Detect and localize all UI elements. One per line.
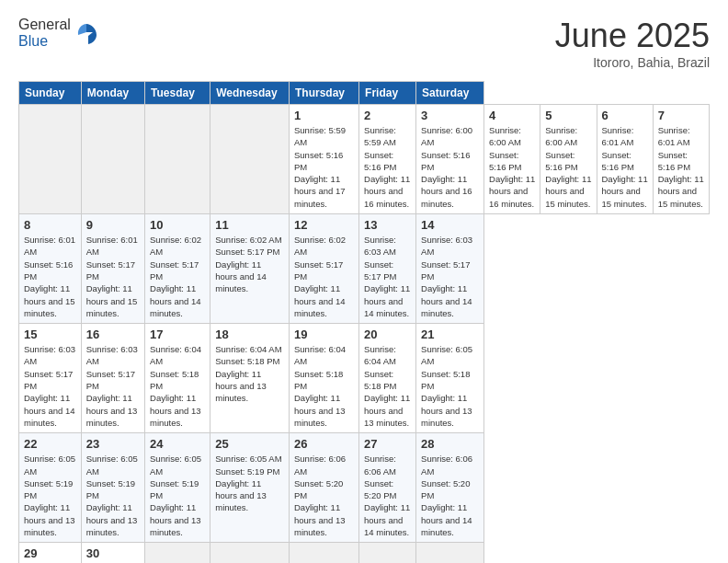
day-number: 20 <box>364 327 411 341</box>
day-number: 21 <box>421 327 479 341</box>
calendar-cell: 26 Sunrise: 6:06 AMSunset: 5:20 PMDaylig… <box>290 433 359 543</box>
calendar-cell <box>81 105 144 214</box>
day-info: Sunrise: 6:01 AMSunset: 5:16 PMDaylight:… <box>602 124 648 210</box>
calendar-cell: 15 Sunrise: 6:03 AMSunset: 5:17 PMDaylig… <box>19 324 82 433</box>
day-number: 11 <box>215 218 284 232</box>
day-number: 7 <box>658 109 704 122</box>
day-number: 8 <box>24 218 76 232</box>
calendar-table: SundayMondayTuesdayWednesdayThursdayFrid… <box>18 81 710 563</box>
day-info: Sunrise: 6:04 AMSunset: 5:18 PMDaylight:… <box>294 343 354 429</box>
day-info: Sunrise: 6:04 AMSunset: 5:18 PMDaylight:… <box>215 343 284 404</box>
calendar-cell: 23 Sunrise: 6:05 AMSunset: 5:19 PMDaylig… <box>81 433 144 543</box>
day-info: Sunrise: 6:05 AMSunset: 5:18 PMDaylight:… <box>421 343 479 429</box>
day-number: 25 <box>215 437 284 451</box>
title-block: June 2025 Itororo, Bahia, Brazil <box>555 17 710 70</box>
calendar-cell: 12 Sunrise: 6:02 AMSunset: 5:17 PMDaylig… <box>290 214 359 324</box>
day-number: 3 <box>421 109 479 122</box>
day-info: Sunrise: 6:00 AMSunset: 5:16 PMDaylight:… <box>421 124 479 210</box>
day-info: Sunrise: 6:01 AMSunset: 5:16 PMDaylight:… <box>24 234 76 319</box>
calendar-cell: 27 Sunrise: 6:06 AMSunset: 5:20 PMDaylig… <box>359 433 416 543</box>
calendar-cell: 18 Sunrise: 6:04 AMSunset: 5:18 PMDaylig… <box>210 324 290 433</box>
month-title: June 2025 <box>555 17 710 55</box>
col-header-wednesday: Wednesday <box>210 82 290 105</box>
calendar-cell: 11 Sunrise: 6:02 AMSunset: 5:17 PMDaylig… <box>210 214 290 324</box>
calendar-cell: 6 Sunrise: 6:01 AMSunset: 5:16 PMDayligh… <box>597 105 653 214</box>
day-number: 19 <box>294 327 354 341</box>
day-info: Sunrise: 6:01 AMSunset: 5:16 PMDaylight:… <box>658 124 704 210</box>
day-number: 22 <box>24 437 76 451</box>
day-number: 27 <box>364 437 411 451</box>
day-info: Sunrise: 6:02 AMSunset: 5:17 PMDaylight:… <box>294 234 354 319</box>
day-info: Sunrise: 6:00 AMSunset: 5:16 PMDaylight:… <box>489 124 535 210</box>
col-header-saturday: Saturday <box>416 82 484 105</box>
calendar-week-2: 15 Sunrise: 6:03 AMSunset: 5:17 PMDaylig… <box>19 324 710 433</box>
day-number: 5 <box>545 109 591 122</box>
day-info: Sunrise: 6:06 AMSunset: 5:20 PMDaylight:… <box>364 453 411 538</box>
day-number: 1 <box>294 109 354 122</box>
calendar-cell: 8 Sunrise: 6:01 AMSunset: 5:16 PMDayligh… <box>19 214 82 324</box>
day-info: Sunrise: 6:03 AMSunset: 5:17 PMDaylight:… <box>86 343 140 429</box>
calendar-cell: 14 Sunrise: 6:03 AMSunset: 5:17 PMDaylig… <box>416 214 484 324</box>
day-number: 4 <box>489 109 535 122</box>
day-number: 12 <box>294 218 354 232</box>
day-info: Sunrise: 6:02 AMSunset: 5:17 PMDaylight:… <box>215 234 284 294</box>
calendar-cell: 16 Sunrise: 6:03 AMSunset: 5:17 PMDaylig… <box>81 324 144 433</box>
day-info: Sunrise: 6:02 AMSunset: 5:17 PMDaylight:… <box>150 234 205 319</box>
day-info: Sunrise: 6:04 AMSunset: 5:18 PMDaylight:… <box>150 343 205 429</box>
calendar-cell: 10 Sunrise: 6:02 AMSunset: 5:17 PMDaylig… <box>145 214 210 324</box>
location: Itororo, Bahia, Brazil <box>555 55 710 70</box>
calendar-cell <box>210 105 290 214</box>
day-number: 18 <box>215 327 284 341</box>
day-number: 10 <box>150 218 205 232</box>
day-number: 6 <box>602 109 648 122</box>
calendar-cell: 5 Sunrise: 6:00 AMSunset: 5:16 PMDayligh… <box>540 105 597 214</box>
col-header-tuesday: Tuesday <box>145 82 210 105</box>
day-info: Sunrise: 6:01 AMSunset: 5:17 PMDaylight:… <box>86 234 140 319</box>
calendar-cell: 29 Sunrise: 6:06 AMSunset: 5:20 PMDaylig… <box>19 543 82 563</box>
day-number: 28 <box>421 437 479 451</box>
day-number: 14 <box>421 218 479 232</box>
calendar-cell: 1 Sunrise: 5:59 AMSunset: 5:16 PMDayligh… <box>290 105 359 214</box>
calendar-cell: 2 Sunrise: 5:59 AMSunset: 5:16 PMDayligh… <box>359 105 416 214</box>
day-info: Sunrise: 6:05 AMSunset: 5:19 PMDaylight:… <box>24 453 76 538</box>
logo-text: General Blue <box>18 17 71 50</box>
calendar-week-3: 22 Sunrise: 6:05 AMSunset: 5:19 PMDaylig… <box>19 433 710 543</box>
day-number: 30 <box>86 546 140 560</box>
calendar-cell: 20 Sunrise: 6:04 AMSunset: 5:18 PMDaylig… <box>359 324 416 433</box>
logo: General Blue <box>18 17 100 50</box>
logo-blue: Blue <box>18 33 48 49</box>
day-number: 26 <box>294 437 354 451</box>
day-number: 24 <box>150 437 205 451</box>
calendar-cell: 22 Sunrise: 6:05 AMSunset: 5:19 PMDaylig… <box>19 433 82 543</box>
calendar-week-0: 1 Sunrise: 5:59 AMSunset: 5:16 PMDayligh… <box>19 105 710 214</box>
logo-general: General <box>18 17 71 32</box>
calendar-cell: 4 Sunrise: 6:00 AMSunset: 5:16 PMDayligh… <box>484 105 540 214</box>
day-info: Sunrise: 6:04 AMSunset: 5:18 PMDaylight:… <box>364 343 411 429</box>
day-number: 29 <box>24 546 76 560</box>
col-header-sunday: Sunday <box>19 82 82 105</box>
calendar-week-4: 29 Sunrise: 6:06 AMSunset: 5:20 PMDaylig… <box>19 543 710 563</box>
day-info: Sunrise: 6:03 AMSunset: 5:17 PMDaylight:… <box>24 343 76 429</box>
calendar-cell: 17 Sunrise: 6:04 AMSunset: 5:18 PMDaylig… <box>145 324 210 433</box>
calendar-cell: 30 Sunrise: 6:06 AMSunset: 5:21 PMDaylig… <box>81 543 144 563</box>
calendar-cell <box>145 543 210 563</box>
day-info: Sunrise: 6:06 AMSunset: 5:20 PMDaylight:… <box>294 453 354 538</box>
header: General Blue June 2025 Itororo, Bahia, B… <box>18 17 710 70</box>
day-number: 23 <box>86 437 140 451</box>
day-number: 13 <box>364 218 411 232</box>
calendar-cell <box>359 543 416 563</box>
day-number: 15 <box>24 327 76 341</box>
calendar-cell <box>416 543 484 563</box>
col-header-friday: Friday <box>359 82 416 105</box>
calendar-cell: 3 Sunrise: 6:00 AMSunset: 5:16 PMDayligh… <box>416 105 484 214</box>
calendar-cell: 7 Sunrise: 6:01 AMSunset: 5:16 PMDayligh… <box>653 105 709 214</box>
calendar-cell <box>290 543 359 563</box>
calendar-week-1: 8 Sunrise: 6:01 AMSunset: 5:16 PMDayligh… <box>19 214 710 324</box>
calendar-cell: 13 Sunrise: 6:03 AMSunset: 5:17 PMDaylig… <box>359 214 416 324</box>
logo-icon <box>73 19 100 47</box>
calendar-cell: 24 Sunrise: 6:05 AMSunset: 5:19 PMDaylig… <box>145 433 210 543</box>
day-info: Sunrise: 6:05 AMSunset: 5:19 PMDaylight:… <box>86 453 140 538</box>
day-info: Sunrise: 6:03 AMSunset: 5:17 PMDaylight:… <box>364 234 411 319</box>
calendar-cell <box>19 105 82 214</box>
calendar-cell: 28 Sunrise: 6:06 AMSunset: 5:20 PMDaylig… <box>416 433 484 543</box>
